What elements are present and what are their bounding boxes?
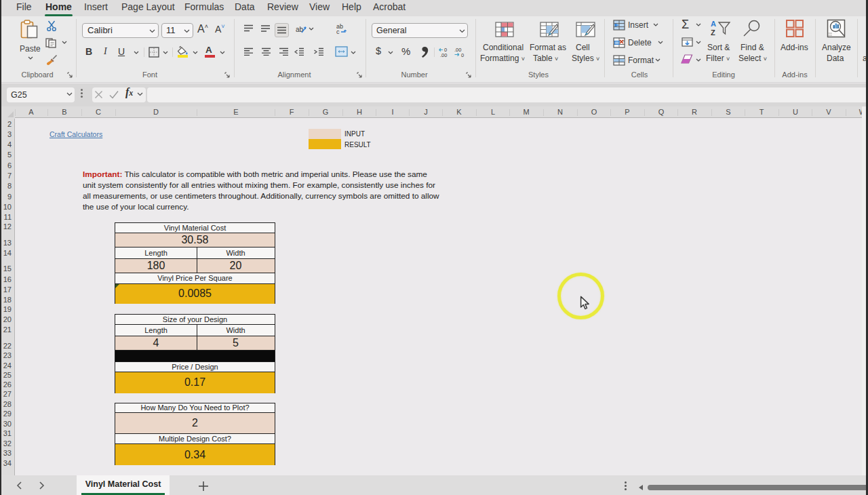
svg-text:Z: Z (711, 28, 715, 37)
svg-text:.00: .00 (440, 52, 447, 58)
svg-text:A: A (711, 20, 716, 28)
svg-text:c: c (336, 28, 340, 35)
svg-text:0: 0 (461, 52, 464, 58)
svg-text:.00: .00 (454, 47, 461, 53)
